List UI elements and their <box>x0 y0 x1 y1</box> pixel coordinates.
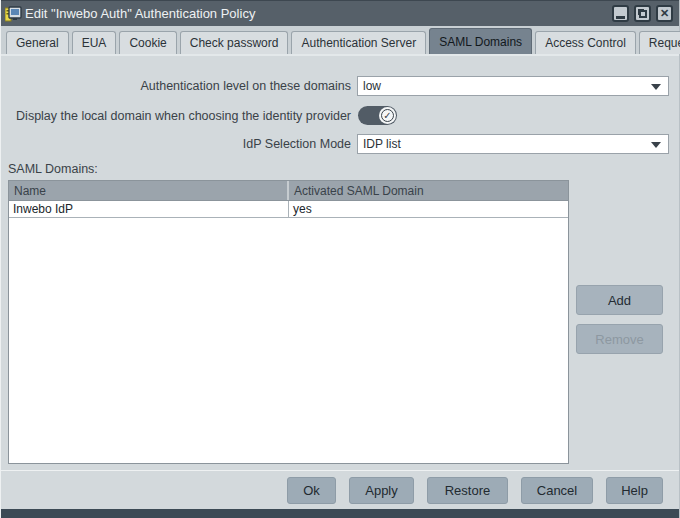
tab-check-password[interactable]: Check password <box>180 31 289 54</box>
ok-button[interactable]: Ok <box>287 477 336 504</box>
column-header-activated: Activated SAML Domain <box>289 181 568 200</box>
idp-selection-mode-value: IDP list <box>363 137 401 151</box>
chevron-down-icon <box>651 84 661 90</box>
toggle-knob: ✓ <box>379 107 396 124</box>
cell-name: Inwebo IdP <box>9 201 289 217</box>
auth-level-value: low <box>363 79 381 93</box>
dialog-window: Edit "Inwebo Auth" Authentication Policy… <box>0 0 680 518</box>
cell-activated: yes <box>289 201 568 217</box>
saml-domains-panel: Authentication level on these domains lo… <box>1 56 679 470</box>
display-local-domain-label: Display the local domain when choosing t… <box>1 106 351 126</box>
table-row[interactable]: Inwebo IdP yes <box>9 201 568 218</box>
check-icon: ✓ <box>381 109 394 122</box>
close-icon: ✕ <box>660 8 669 19</box>
cancel-button[interactable]: Cancel <box>521 477 593 504</box>
column-header-name: Name <box>9 181 289 200</box>
tab-access-control[interactable]: Access Control <box>535 31 636 54</box>
app-icon <box>5 6 22 22</box>
chevron-down-icon <box>651 142 661 148</box>
saml-domains-table: Name Activated SAML Domain Inwebo IdP ye… <box>8 180 569 464</box>
remove-button[interactable]: Remove <box>576 324 663 354</box>
footer: Ok Apply Restore Cancel Help <box>1 470 679 518</box>
help-button[interactable]: Help <box>606 477 663 504</box>
maximize-icon <box>639 10 647 18</box>
tab-bar: General EUA Cookie Check password Authen… <box>1 26 679 56</box>
close-button[interactable]: ✕ <box>656 5 673 22</box>
title-bar[interactable]: Edit "Inwebo Auth" Authentication Policy… <box>1 0 679 26</box>
add-button[interactable]: Add <box>576 285 663 315</box>
tab-eua[interactable]: EUA <box>72 31 117 54</box>
window-bottom-edge <box>1 509 679 518</box>
minimize-icon <box>616 16 625 19</box>
idp-selection-mode-label: IdP Selection Mode <box>1 134 351 154</box>
tab-authentication-server[interactable]: Authentication Server <box>291 31 426 54</box>
maximize-button[interactable] <box>634 5 651 22</box>
tab-request-manager[interactable]: Request Manager <box>639 31 680 54</box>
table-header-row: Name Activated SAML Domain <box>9 181 568 201</box>
tab-general[interactable]: General <box>6 31 69 54</box>
window-title: Edit "Inwebo Auth" Authentication Policy <box>25 6 612 21</box>
display-local-domain-toggle[interactable]: ✓ <box>358 106 397 125</box>
auth-level-label: Authentication level on these domains <box>1 76 351 96</box>
auth-level-select[interactable]: low <box>357 76 669 96</box>
restore-button[interactable]: Restore <box>427 477 508 504</box>
tab-cookie[interactable]: Cookie <box>119 31 176 54</box>
idp-selection-mode-select[interactable]: IDP list <box>357 134 669 154</box>
tab-saml-domains[interactable]: SAML Domains <box>429 28 532 54</box>
apply-button[interactable]: Apply <box>349 477 414 504</box>
saml-domains-table-label: SAML Domains: <box>8 162 98 176</box>
minimize-button[interactable] <box>612 5 629 22</box>
